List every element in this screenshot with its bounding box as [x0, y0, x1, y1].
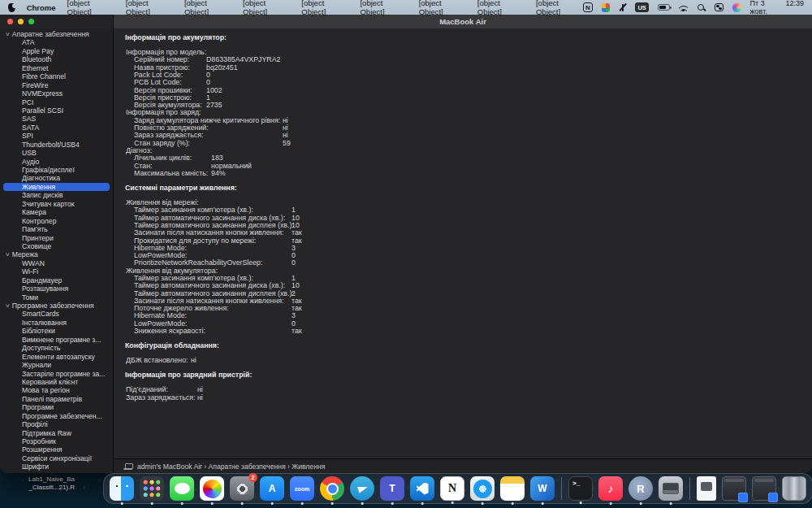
sidebar-item[interactable]: Зчитувач карток — [0, 200, 113, 208]
menu-item[interactable]: [object Object] — [126, 0, 173, 16]
minimized-window[interactable] — [752, 476, 776, 501]
menu-item[interactable]: [object Object] — [67, 0, 114, 16]
vscode[interactable] — [410, 476, 434, 501]
apple-menu-icon[interactable] — [8, 3, 15, 12]
sidebar-item[interactable]: Розташування — [0, 284, 113, 293]
sidebar-item[interactable]: Розширення — [0, 445, 113, 454]
sidebar-item[interactable]: Пам’ять — [0, 225, 113, 233]
sidebar-item[interactable]: Графіка/дисплеї — [0, 166, 113, 174]
menu-bar-clock[interactable]: Пт 3 жовт.12:39 — [750, 0, 804, 15]
sidebar-item[interactable]: Доступність — [0, 344, 113, 352]
chevron-down-icon[interactable]: ∨ — [5, 302, 11, 310]
sidebar-item[interactable]: ∨Програмне забезпечення — [0, 302, 113, 310]
menu-item[interactable]: [object Object] — [477, 0, 525, 16]
bluetooth-off-icon[interactable] — [619, 3, 626, 12]
rstudio[interactable]: R — [628, 476, 653, 501]
sidebar-item[interactable]: Камера — [0, 208, 113, 216]
sidebar-item[interactable]: SATA — [0, 124, 113, 132]
sidebar-item[interactable]: PCI — [0, 98, 113, 106]
sidebar-item[interactable]: Застаріле програмне за... — [0, 370, 113, 378]
desktop-file-label[interactable]: Lab1_Naive_Ba _Classifi...21).R — [0, 475, 75, 491]
sidebar-item[interactable]: FireWire — [0, 81, 113, 89]
battery-info-panel[interactable]: Інформація про акумулятор:Інформація про… — [114, 28, 812, 458]
sidebar-item[interactable]: Керований клієнт — [0, 378, 113, 386]
telegram[interactable] — [350, 476, 374, 501]
sidebar-item[interactable]: Бібліотеки — [0, 327, 113, 335]
sidebar-item[interactable]: Ethernet — [0, 64, 113, 72]
wifi-icon[interactable] — [679, 4, 688, 11]
sidebar-item[interactable]: NVMExpress — [0, 89, 113, 98]
dock-separator[interactable] — [561, 477, 562, 500]
sidebar-item[interactable]: USB — [0, 149, 113, 157]
sidebar-item[interactable]: Мова та регіон — [0, 386, 113, 394]
app-store[interactable]: A — [260, 476, 284, 501]
sidebar-item[interactable]: Діагностика — [0, 174, 113, 182]
launchpad[interactable] — [140, 476, 164, 501]
menu-item[interactable]: [object Object] — [301, 0, 348, 16]
sidebar-item[interactable]: Вимкнене програмне з... — [0, 336, 113, 344]
sidebar-item[interactable]: ∨Мережа — [0, 250, 113, 258]
sidebar-item[interactable]: Parallel SCSI — [0, 106, 113, 115]
minimized-window[interactable] — [722, 476, 746, 501]
zoom-button[interactable] — [28, 19, 34, 24]
minimize-button[interactable] — [18, 19, 24, 24]
sidebar-item[interactable]: Інсталювання — [0, 319, 113, 327]
sidebar-item[interactable]: Аудіо — [0, 158, 113, 166]
sidebar-item[interactable]: Apple Pay — [0, 47, 113, 55]
messages[interactable] — [170, 476, 194, 501]
sidebar-item[interactable]: Підтримка Raw — [0, 429, 113, 437]
system-settings[interactable]: 2 — [230, 476, 254, 501]
safari[interactable] — [470, 476, 495, 501]
notes[interactable] — [500, 476, 525, 501]
active-app-menu[interactable]: Chrome — [27, 3, 56, 12]
sidebar-item[interactable]: Сховище — [0, 242, 113, 250]
system-information[interactable] — [659, 476, 683, 501]
finder[interactable] — [110, 476, 134, 501]
zoom[interactable]: zoom — [290, 476, 314, 501]
window-titlebar[interactable]: MacBook Air — [0, 15, 812, 28]
sidebar-item[interactable]: Живлення — [3, 183, 110, 191]
menu-item[interactable]: [object Object] — [243, 0, 290, 16]
menu-item[interactable]: [object Object] — [419, 0, 466, 16]
notion[interactable]: N — [440, 476, 464, 501]
chevron-down-icon[interactable]: ∨ — [5, 30, 11, 38]
sidebar-item[interactable]: SPI — [0, 132, 113, 140]
sidebar-item[interactable]: Fibre Channel — [0, 72, 113, 80]
office-icon[interactable] — [602, 3, 610, 12]
sidebar-item[interactable]: Розробник — [0, 437, 113, 445]
sidebar-item[interactable]: SmartCards — [0, 310, 113, 318]
sidebar-item[interactable]: Панелі параметрів — [0, 395, 113, 403]
dock-separator[interactable] — [689, 477, 690, 500]
trash[interactable] — [782, 476, 806, 501]
sidebar-item[interactable]: ∨Апаратне забезпечення — [0, 30, 113, 38]
sidebar-item[interactable]: Журнали — [0, 361, 113, 369]
close-button[interactable] — [7, 19, 13, 24]
sidebar-item[interactable]: Шрифти — [0, 462, 113, 471]
siri-icon[interactable] — [732, 3, 741, 12]
sidebar-item[interactable]: Томи — [0, 293, 113, 302]
sidebar-item[interactable]: SAS — [0, 115, 113, 123]
sidebar-item[interactable]: Сервіси синхронізації — [0, 454, 113, 462]
sidebar-item[interactable]: Wi-Fi — [0, 267, 113, 276]
sidebar-item[interactable]: Bluetooth — [0, 55, 113, 63]
music[interactable]: ♪ — [598, 476, 623, 501]
sidebar-item[interactable]: ATA — [0, 38, 113, 46]
chevron-down-icon[interactable]: ∨ — [5, 250, 11, 258]
terminal[interactable]: >_ — [568, 476, 593, 501]
microsoft-teams[interactable]: T — [380, 476, 404, 501]
sidebar-item[interactable]: Брандмауер — [0, 276, 113, 284]
sidebar-item[interactable]: Принтери — [0, 234, 113, 242]
sidebar-item[interactable]: Thunderbolt/USB4 — [0, 141, 113, 149]
search-icon[interactable] — [697, 3, 705, 12]
sidebar-item[interactable]: Запис дисків — [0, 191, 113, 199]
sidebar-item[interactable]: Програми — [0, 403, 113, 411]
file-document[interactable] — [697, 476, 716, 501]
sidebar-item[interactable]: Контролер — [0, 217, 113, 225]
word[interactable]: W — [530, 476, 555, 501]
control-center-icon[interactable] — [715, 3, 723, 11]
menu-item[interactable]: [object Object] — [184, 0, 231, 16]
category-sidebar[interactable]: ∨Апаратне забезпеченняATAApple PayBlueto… — [0, 28, 114, 473]
notion-menubar-icon[interactable]: N — [583, 2, 592, 12]
battery-icon[interactable] — [658, 4, 670, 11]
photos[interactable] — [200, 476, 224, 501]
